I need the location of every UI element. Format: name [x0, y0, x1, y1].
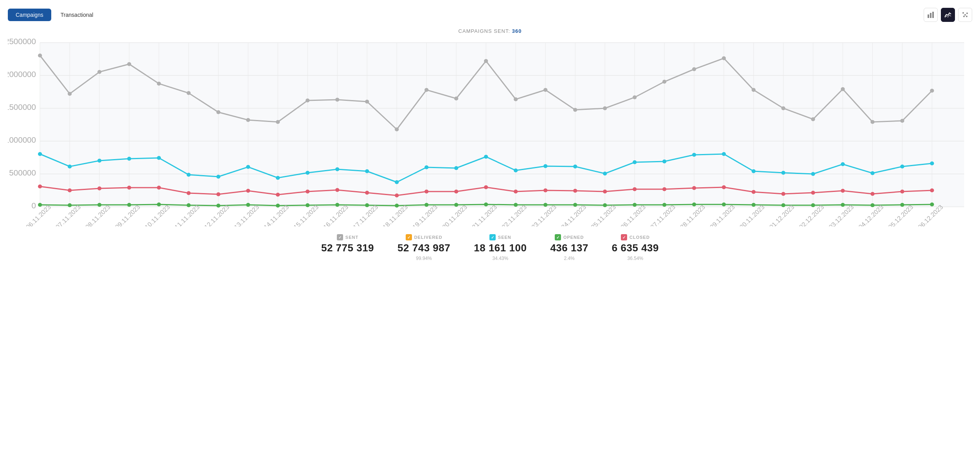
svg-point-160 — [484, 202, 488, 206]
delivered-pct: 99.94% — [416, 256, 432, 261]
svg-point-139 — [781, 192, 785, 196]
svg-point-122 — [276, 193, 280, 197]
svg-point-65 — [424, 88, 428, 92]
svg-point-174 — [900, 203, 904, 207]
svg-point-165 — [633, 203, 637, 207]
svg-point-151 — [216, 204, 220, 208]
seen-pct: 34.43% — [492, 256, 508, 261]
svg-point-79 — [841, 87, 845, 91]
svg-point-166 — [662, 203, 666, 207]
svg-point-101 — [573, 165, 577, 168]
line-chart-icon[interactable] — [941, 8, 955, 22]
svg-point-52 — [38, 54, 42, 57]
svg-text:06.11.2023: 06.11.2023 — [24, 203, 52, 226]
svg-rect-0 — [928, 14, 929, 18]
sent-label: SENT — [345, 235, 358, 240]
svg-point-95 — [395, 180, 399, 184]
svg-point-90 — [246, 165, 250, 169]
svg-point-143 — [900, 190, 904, 193]
svg-rect-2 — [932, 12, 934, 18]
chart-title: CAMPAIGNS SENT: 360 — [8, 28, 972, 34]
svg-point-153 — [276, 204, 280, 208]
svg-point-137 — [722, 185, 726, 189]
svg-point-149 — [157, 202, 161, 206]
svg-point-78 — [811, 117, 815, 121]
svg-point-68 — [514, 97, 518, 101]
delivered-value: 52 743 987 — [397, 242, 450, 254]
opened-label: OPENED — [563, 235, 584, 240]
svg-point-59 — [246, 118, 250, 122]
svg-point-54 — [97, 70, 101, 74]
legend-sent: ✓ SENT 52 775 319 — [321, 234, 374, 261]
svg-rect-8 — [40, 43, 964, 207]
svg-point-83 — [38, 152, 42, 156]
svg-point-73 — [662, 80, 666, 84]
svg-point-135 — [662, 187, 666, 191]
svg-point-168 — [722, 202, 726, 206]
opened-pct: 2.4% — [564, 256, 574, 261]
svg-point-124 — [335, 188, 339, 192]
svg-point-156 — [365, 203, 369, 207]
svg-text:0: 0 — [31, 201, 36, 210]
svg-point-172 — [841, 203, 845, 207]
closed-pct: 36.54% — [628, 256, 644, 261]
svg-point-85 — [97, 159, 101, 163]
svg-text:500000: 500000 — [9, 168, 36, 177]
svg-point-55 — [127, 62, 131, 66]
svg-point-71 — [603, 106, 607, 110]
svg-point-158 — [424, 203, 428, 207]
svg-point-154 — [306, 203, 309, 207]
svg-point-130 — [514, 190, 518, 193]
svg-point-161 — [514, 203, 518, 207]
closed-check-icon: ✓ — [621, 234, 627, 240]
svg-point-96 — [424, 165, 428, 169]
svg-point-109 — [811, 172, 815, 176]
bar-chart-icon[interactable] — [924, 8, 938, 22]
tab-transactional[interactable]: Transactional — [53, 9, 101, 21]
svg-point-80 — [870, 120, 874, 124]
svg-point-146 — [68, 203, 72, 207]
svg-point-131 — [543, 188, 547, 192]
svg-point-132 — [573, 189, 577, 193]
svg-point-114 — [38, 185, 42, 188]
svg-point-87 — [157, 156, 161, 160]
svg-point-56 — [157, 82, 161, 86]
svg-point-81 — [900, 119, 904, 123]
svg-point-76 — [752, 88, 755, 92]
svg-point-159 — [454, 203, 458, 207]
svg-point-3 — [962, 12, 964, 14]
svg-point-107 — [752, 169, 755, 173]
legend-closed: ✓ CLOSED 6 635 439 36.54% — [612, 234, 659, 261]
svg-point-103 — [633, 160, 637, 164]
svg-point-111 — [870, 171, 874, 175]
svg-point-162 — [543, 203, 547, 207]
delivered-check-icon: ✓ — [406, 234, 412, 240]
scatter-chart-icon[interactable] — [958, 8, 972, 22]
svg-point-127 — [424, 190, 428, 193]
seen-check-icon: ✓ — [489, 234, 496, 240]
svg-point-64 — [395, 127, 399, 131]
svg-point-123 — [306, 190, 309, 193]
svg-point-72 — [633, 95, 637, 99]
svg-point-53 — [68, 92, 72, 96]
svg-point-92 — [306, 171, 309, 175]
svg-point-144 — [930, 188, 934, 192]
tab-campaigns[interactable]: Campaigns — [8, 9, 51, 21]
chart-type-icons — [924, 8, 972, 22]
svg-text:2000000: 2000000 — [8, 70, 36, 79]
svg-point-7 — [966, 16, 967, 17]
sent-check-icon: ✓ — [337, 234, 343, 240]
svg-text:1000000: 1000000 — [8, 136, 36, 144]
legend-delivered: ✓ DELIVERED 52 743 987 99.94% — [397, 234, 450, 261]
svg-point-74 — [692, 67, 696, 71]
svg-point-104 — [662, 159, 666, 163]
svg-point-100 — [543, 164, 547, 168]
svg-point-89 — [216, 175, 220, 179]
chart-svg: 0 500000 1000000 1500000 2000000 2500000 — [8, 39, 972, 226]
seen-label: SEEN — [498, 235, 511, 240]
svg-point-97 — [454, 166, 458, 170]
svg-point-164 — [603, 203, 607, 207]
svg-point-129 — [484, 185, 488, 189]
chart-legend: ✓ SENT 52 775 319 ✓ DELIVERED 52 743 987… — [8, 234, 972, 261]
svg-text:2500000: 2500000 — [8, 39, 36, 46]
